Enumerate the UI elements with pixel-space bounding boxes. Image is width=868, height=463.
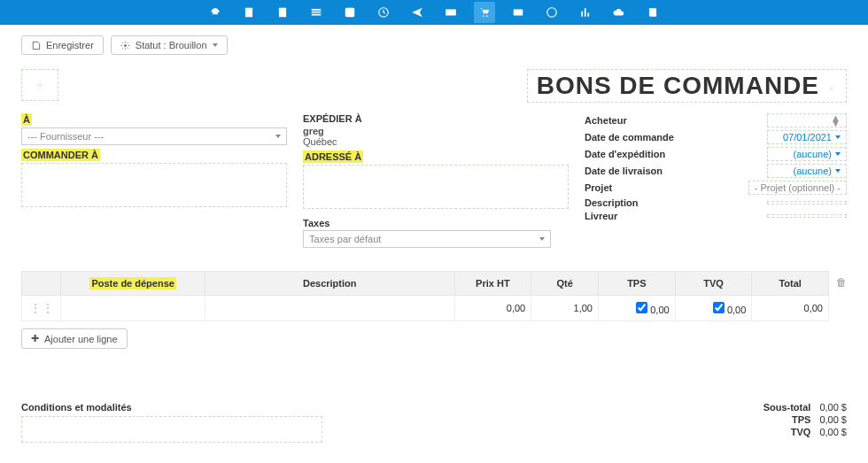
totals-section: Sous-total0,00 $ TPS0,00 $ TVQ0,00 $	[763, 402, 847, 443]
svg-point-10	[38, 83, 42, 87]
svg-point-11	[831, 88, 833, 90]
conditions-section: Conditions et modalités	[21, 402, 322, 443]
cart-icon[interactable]	[474, 2, 495, 23]
chevron-down-icon	[835, 135, 841, 139]
document-icon[interactable]	[272, 2, 293, 23]
chevron-down-icon	[275, 135, 281, 138]
compass-icon[interactable]	[541, 2, 562, 23]
title-settings-icon[interactable]	[826, 72, 837, 100]
delivery-date-field[interactable]: (aucune)	[767, 164, 847, 178]
chevron-down-icon	[213, 43, 218, 47]
document-header: BONS DE COMMANDE	[21, 69, 847, 103]
conditions-label: Conditions et modalités	[21, 402, 322, 413]
qty-cell[interactable]: 1,00	[531, 296, 599, 321]
svg-point-6	[486, 15, 488, 17]
plus-icon: ✚	[31, 333, 39, 344]
chevron-down-icon	[539, 237, 545, 241]
project-label: Projet	[585, 182, 743, 193]
description-label: Description	[585, 197, 762, 208]
tps-checkbox[interactable]	[636, 302, 647, 313]
taxes-select[interactable]: Taxes par défaut	[303, 230, 551, 248]
col-qty: Qté	[531, 272, 599, 296]
clock-icon[interactable]	[373, 2, 394, 23]
drag-handle[interactable]: ⋮⋮	[22, 296, 61, 321]
chevron-down-icon	[835, 152, 841, 156]
footer: Conditions et modalités Sous-total0,00 $…	[21, 402, 847, 443]
buyer-label: Acheteur	[585, 115, 762, 126]
chart-icon[interactable]	[575, 2, 596, 23]
svg-rect-1	[279, 8, 286, 18]
ship-date-label: Date d'expédition	[585, 149, 762, 159]
gear-icon	[34, 79, 46, 91]
supplier-column: À --- Fournisseur --- COMMANDER À	[21, 113, 287, 251]
shipping-column: EXPÉDIER À greg Québec ADRESSÉ À Taxes T…	[303, 113, 569, 251]
sort-icon: ▲▼	[831, 115, 841, 126]
ship-city: Québec	[303, 136, 569, 147]
courier-field[interactable]	[767, 214, 847, 218]
col-tvq: TVQ	[675, 272, 752, 296]
card-icon[interactable]	[508, 2, 529, 23]
save-button[interactable]: Enregistrer	[21, 35, 104, 55]
tvq-value: 0,00 $	[819, 427, 847, 437]
order-date-field[interactable]: 07/01/2021	[767, 130, 847, 144]
calculator-icon[interactable]	[238, 2, 260, 23]
status-label: Statut : Brouillon	[136, 40, 207, 50]
total-cell: 0,00	[752, 296, 829, 321]
book-icon[interactable]	[642, 2, 663, 23]
subtotal-label: Sous-total	[763, 402, 811, 413]
top-navbar	[0, 0, 868, 25]
project-field[interactable]: - Projet (optionnel) -	[748, 181, 847, 195]
expense-cell[interactable]	[61, 296, 205, 321]
svg-rect-0	[245, 8, 252, 18]
courier-label: Livreur	[585, 211, 762, 221]
tps-value: 0,00 $	[819, 414, 847, 425]
check-icon[interactable]	[339, 2, 360, 23]
ship-to-label: EXPÉDIER À	[303, 113, 569, 124]
page-content: Enregistrer Statut : Brouillon BONS DE C…	[0, 25, 868, 453]
address-box[interactable]	[303, 165, 569, 209]
ship-name: greg	[303, 126, 569, 136]
line-items-table: Poste de dépense Description Prix HT Qté…	[21, 271, 829, 321]
svg-rect-7	[514, 10, 523, 16]
col-description: Description	[205, 272, 454, 296]
taxes-value: Taxes par défaut	[309, 234, 381, 244]
supplier-placeholder: --- Fournisseur ---	[27, 131, 104, 142]
action-toolbar: Enregistrer Statut : Brouillon	[21, 35, 847, 55]
delete-row-button[interactable]: 🗑	[836, 276, 847, 289]
conditions-box[interactable]	[21, 416, 322, 443]
description-cell[interactable]	[205, 296, 454, 321]
add-line-button[interactable]: ✚ Ajouter une ligne	[21, 328, 128, 349]
info-columns: À --- Fournisseur --- COMMANDER À EXPÉDI…	[21, 113, 847, 251]
svg-point-8	[547, 8, 557, 18]
meta-column: Acheteur ▲▼ Date de commande 07/01/2021 …	[585, 113, 847, 251]
cloud-icon[interactable]	[608, 2, 630, 23]
taxes-label: Taxes	[303, 218, 569, 228]
add-line-label: Ajouter une ligne	[44, 334, 118, 344]
tvq-checkbox[interactable]	[713, 302, 725, 313]
gear-icon	[120, 41, 130, 50]
col-tps: TPS	[599, 272, 676, 296]
address-label: ADRESSÉ À	[303, 150, 363, 163]
svg-rect-2	[345, 8, 355, 18]
money-icon[interactable]	[440, 2, 461, 23]
save-icon	[31, 41, 41, 50]
to-label: À	[21, 113, 32, 126]
subtotal-value: 0,00 $	[819, 402, 847, 413]
order-date-label: Date de commande	[585, 132, 762, 143]
status-button[interactable]: Statut : Brouillon	[111, 35, 228, 55]
dashboard-icon[interactable]	[205, 2, 226, 23]
tps-cell[interactable]: 0,00	[599, 296, 676, 321]
tvq-cell[interactable]: 0,00	[675, 296, 752, 321]
table-row: ⋮⋮ 0,00 1,00 0,00 0,00 0,00	[22, 296, 829, 321]
col-expense: Poste de dépense	[89, 277, 176, 289]
ship-date-field[interactable]: (aucune)	[767, 147, 847, 161]
logo-placeholder[interactable]	[21, 69, 58, 101]
list-icon[interactable]	[306, 2, 327, 23]
buyer-field[interactable]: ▲▼	[767, 113, 847, 127]
supplier-select[interactable]: --- Fournisseur ---	[21, 127, 287, 145]
order-to-box[interactable]	[21, 163, 287, 207]
price-cell[interactable]: 0,00	[454, 296, 531, 321]
order-to-label: COMMANDER À	[21, 149, 100, 161]
send-icon[interactable]	[407, 2, 428, 23]
description-field[interactable]	[767, 201, 847, 204]
